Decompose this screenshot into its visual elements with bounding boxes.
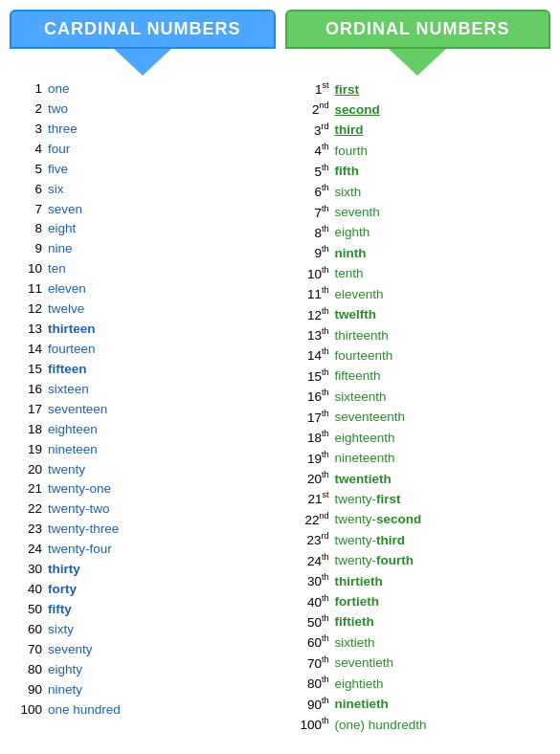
ordinal-row: 40thfortieth bbox=[293, 592, 544, 612]
ordinal-row: 21sttwenty-first bbox=[293, 489, 544, 509]
cardinal-word: fifty bbox=[48, 600, 72, 620]
ordinal-number: 60th bbox=[293, 632, 335, 653]
ordinal-row: 3rdthird bbox=[293, 121, 544, 141]
cardinal-row: 1one bbox=[17, 79, 268, 100]
cardinal-number: 2 bbox=[17, 100, 48, 120]
cardinal-word: eighteen bbox=[48, 420, 98, 440]
ordinal-number: 24th bbox=[293, 551, 335, 571]
ordinal-row: 24thtwenty-fourth bbox=[293, 551, 544, 571]
cardinal-number: 19 bbox=[17, 440, 48, 460]
ordinal-row: 17thseventeenth bbox=[293, 408, 544, 428]
cardinal-number: 20 bbox=[17, 460, 48, 480]
ordinal-word: twelfth bbox=[335, 305, 377, 325]
cardinal-row: 11eleven bbox=[17, 279, 268, 299]
ordinal-row: 12thtwelfth bbox=[293, 305, 544, 325]
ordinal-word: fiftieth bbox=[335, 612, 374, 632]
cardinal-number: 50 bbox=[17, 600, 48, 620]
ordinal-number: 13th bbox=[293, 325, 335, 345]
ordinal-word: eighth bbox=[335, 223, 370, 243]
cardinal-word: twelve bbox=[48, 299, 84, 320]
ordinal-word: fortieth bbox=[335, 592, 380, 612]
ordinal-number: 2nd bbox=[293, 100, 335, 120]
cardinal-word: four bbox=[48, 140, 70, 160]
cardinal-row: 14fourteen bbox=[17, 340, 268, 360]
ordinal-word: ninetieth bbox=[335, 695, 389, 715]
ordinal-number: 70th bbox=[293, 654, 335, 674]
cardinal-number: 1 bbox=[17, 79, 48, 100]
ordinal-word: seventieth bbox=[335, 654, 394, 674]
cardinal-row: 19nineteen bbox=[17, 440, 268, 460]
ordinal-number: 14th bbox=[293, 345, 335, 366]
ordinal-word: sixtieth bbox=[335, 633, 375, 654]
cardinal-number: 4 bbox=[17, 140, 48, 160]
cardinal-word: five bbox=[48, 160, 68, 180]
cardinal-number: 22 bbox=[17, 499, 48, 520]
ordinal-number: 8th bbox=[293, 223, 335, 243]
ordinal-word: twenty-fourth bbox=[335, 551, 414, 571]
cardinal-column: 1one2two3three4four5five6six7seven8eight… bbox=[10, 79, 276, 736]
ordinal-number: 4th bbox=[293, 141, 335, 161]
cardinal-row: 9nine bbox=[17, 239, 268, 259]
ordinal-word: nineteenth bbox=[335, 449, 395, 469]
cardinal-word: nine bbox=[48, 239, 73, 259]
ordinal-word: ninth bbox=[335, 244, 367, 264]
ordinal-row: 15thfifteenth bbox=[293, 366, 544, 387]
ordinal-number: 17th bbox=[293, 408, 335, 428]
cardinal-number: 30 bbox=[17, 560, 48, 580]
ordinal-arrow-icon bbox=[389, 49, 446, 76]
cardinal-row: 4four bbox=[17, 140, 268, 160]
ordinal-number: 7th bbox=[293, 203, 335, 223]
ordinal-row: 6thsixth bbox=[293, 182, 544, 202]
cardinal-word: one hundred bbox=[48, 700, 121, 721]
ordinal-row: 30ththirtieth bbox=[293, 571, 544, 591]
ordinal-number: 18th bbox=[293, 428, 335, 448]
ordinal-column: 1stfirst2ndsecond3rdthird4thfourth5thfif… bbox=[285, 79, 551, 736]
ordinal-row: 23rdtwenty-third bbox=[293, 530, 544, 550]
ordinal-row: 70thseventieth bbox=[293, 654, 544, 674]
ordinal-word: tenth bbox=[335, 264, 364, 284]
cardinal-number: 10 bbox=[17, 259, 48, 279]
cardinal-row: 8eight bbox=[17, 219, 268, 239]
cardinal-number: 60 bbox=[17, 620, 48, 640]
cardinal-number: 7 bbox=[17, 200, 48, 220]
cardinal-row: 50fifty bbox=[17, 600, 268, 620]
ordinal-row: 60thsixtieth bbox=[293, 632, 544, 653]
ordinal-word: fourth bbox=[335, 142, 369, 162]
cardinal-word: two bbox=[48, 100, 68, 120]
cardinal-word: ninety bbox=[48, 680, 82, 700]
ordinal-number: 22nd bbox=[293, 510, 335, 530]
ordinal-number: 40th bbox=[293, 592, 335, 612]
ordinal-word: second bbox=[335, 100, 380, 121]
cardinal-number: 40 bbox=[17, 580, 48, 600]
ordinal-word: thirtieth bbox=[335, 572, 383, 592]
ordinal-row: 5thfifth bbox=[293, 162, 544, 182]
ordinal-number: 9th bbox=[293, 243, 335, 263]
ordinal-number: 100th bbox=[293, 715, 335, 735]
ordinal-row: 4thfourth bbox=[293, 141, 544, 161]
cardinal-row: 6six bbox=[17, 180, 268, 200]
cardinal-word: ten bbox=[48, 259, 66, 279]
ordinal-row: 100th(one) hundredth bbox=[293, 715, 544, 735]
ordinal-number: 1st bbox=[293, 79, 335, 100]
cardinal-word: three bbox=[48, 120, 78, 140]
cardinal-row: 90ninety bbox=[17, 680, 268, 700]
cardinal-arrow-icon bbox=[114, 49, 171, 76]
ordinal-word: twentieth bbox=[335, 470, 392, 490]
ordinal-row: 10thtenth bbox=[293, 264, 544, 284]
cardinal-row: 21twenty-one bbox=[17, 479, 268, 499]
cardinal-number: 16 bbox=[17, 380, 48, 400]
cardinal-row: 10ten bbox=[17, 259, 268, 279]
ordinal-row: 7thseventh bbox=[293, 203, 544, 223]
ordinal-word: seventh bbox=[335, 203, 380, 223]
ordinal-row: 11theleventh bbox=[293, 284, 544, 304]
ordinal-row: 14thfourteenth bbox=[293, 345, 544, 366]
cardinal-number: 23 bbox=[17, 520, 48, 540]
ordinal-number: 90th bbox=[293, 695, 335, 715]
ordinal-word: twenty-first bbox=[335, 490, 401, 510]
cardinal-arrow-container bbox=[10, 49, 276, 76]
cardinal-number: 17 bbox=[17, 400, 48, 420]
ordinal-row: 20thtwentieth bbox=[293, 469, 544, 489]
cardinal-word: thirty bbox=[48, 560, 80, 580]
ordinal-row: 8theighth bbox=[293, 223, 544, 243]
cardinal-row: 100one hundred bbox=[17, 700, 268, 721]
